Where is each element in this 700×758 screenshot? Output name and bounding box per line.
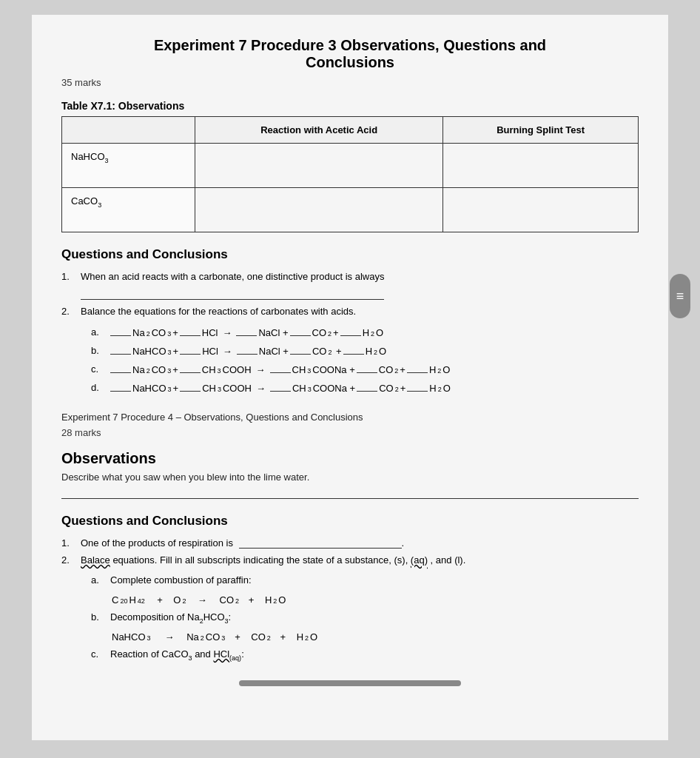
table-cell-caco3-acetic[interactable]: [195, 188, 443, 232]
table-row: NaHCO3: [62, 144, 639, 188]
question-1: 1. When an acid reacts with a carbonate,…: [61, 271, 639, 300]
blank-b1[interactable]: [110, 344, 131, 355]
blank-d3[interactable]: [270, 381, 291, 392]
questions-title-2: Questions and Conclusions: [61, 514, 639, 529]
table-cell-nahco3: NaHCO3: [62, 144, 195, 188]
blank-c4[interactable]: [357, 363, 377, 373]
blank-c2[interactable]: [180, 363, 201, 373]
blank-a1[interactable]: [110, 326, 131, 336]
table-cell-nahco3-acetic[interactable]: [195, 144, 443, 188]
blank-c5[interactable]: [407, 363, 428, 373]
blank-d1[interactable]: [110, 381, 131, 392]
table-row: CaCO3: [62, 188, 639, 232]
questions-list-2: 1. One of the products of respiration is…: [61, 537, 639, 665]
table-cell-nahco3-splint[interactable]: [443, 144, 639, 188]
blank-c1[interactable]: [110, 363, 131, 373]
equation-d: d. NaHCO3 + CH3COOH → CH3COONa + CO2 + H…: [91, 381, 639, 394]
p2-question-1: 1. One of the products of respiration is…: [61, 537, 639, 549]
p2-question-2: 2. Balace equations. Fill in all subscri…: [61, 554, 639, 665]
blank-d5[interactable]: [407, 381, 428, 392]
blank-d2[interactable]: [180, 381, 201, 392]
table-header-acetic: Reaction with Acetic Acid: [195, 117, 443, 144]
equation-a: a. Na2CO3 + HCl → NaCl + CO2 + H2O: [91, 326, 639, 338]
equation-c: c. Na2CO3 + CH3COOH → CH3COONa + CO2 + H…: [91, 363, 639, 375]
p2-eq-a: a. Complete combustion of paraffin: C20H…: [91, 574, 639, 606]
blank-a3[interactable]: [236, 326, 257, 336]
page: Experiment 7 Procedure 3 Observations, Q…: [32, 15, 668, 740]
table-title: Table X7.1: Observations: [61, 100, 639, 112]
obs-desc: Describe what you saw when you blew into…: [61, 472, 639, 483]
table-cell-caco3-splint[interactable]: [443, 188, 639, 232]
section2-marks: 28 marks: [61, 427, 639, 438]
obs-answer-line[interactable]: [61, 486, 639, 499]
blank-a2[interactable]: [180, 326, 201, 336]
observations-title: Observations: [61, 450, 639, 467]
table-cell-caco3: CaCO3: [62, 188, 195, 232]
p2-eq-c: c. Reaction of CaCO3 and HCl(aq):: [91, 648, 639, 660]
answer-line-q1[interactable]: [81, 286, 384, 300]
table-header-empty: [62, 117, 195, 144]
bottom-scrollbar[interactable]: [239, 680, 461, 686]
questions-list: 1. When an acid reacts with a carbonate,…: [61, 271, 639, 400]
blank-b4[interactable]: [290, 344, 311, 355]
blank-a5[interactable]: [340, 326, 361, 336]
blank-b5[interactable]: [343, 344, 364, 355]
questions-title: Questions and Conclusions: [61, 247, 639, 262]
table-header-splint: Burning Splint Test: [443, 117, 639, 144]
p2-equations-list: a. Complete combustion of paraffin: C20H…: [91, 574, 639, 665]
main-title: Experiment 7 Procedure 3 Observations, Q…: [61, 37, 639, 71]
section2-title: Experiment 7 Procedure 4 – Observations,…: [61, 412, 639, 423]
observations-table: Reaction with Acetic Acid Burning Splint…: [61, 116, 639, 232]
blank-d4[interactable]: [357, 381, 377, 392]
equations-list: a. Na2CO3 + HCl → NaCl + CO2 + H2O: [91, 326, 639, 400]
blank-b2[interactable]: [180, 344, 201, 355]
scroll-indicator[interactable]: [670, 274, 690, 318]
blank-b3[interactable]: [237, 344, 258, 355]
blank-a4[interactable]: [290, 326, 311, 336]
p2-eq-b: b. Decomposition of Na2HCO3: NaHCO3 → Na…: [91, 611, 639, 643]
blank-c3[interactable]: [270, 363, 291, 373]
equation-b: b. NaHCO3 + HCl → NaCl + CO2 + H2O: [91, 344, 639, 357]
p2-answer-line-q1[interactable]: [239, 538, 402, 549]
question-2: 2. Balance the equations for the reactio…: [61, 306, 639, 400]
marks1: 35 marks: [61, 77, 639, 88]
